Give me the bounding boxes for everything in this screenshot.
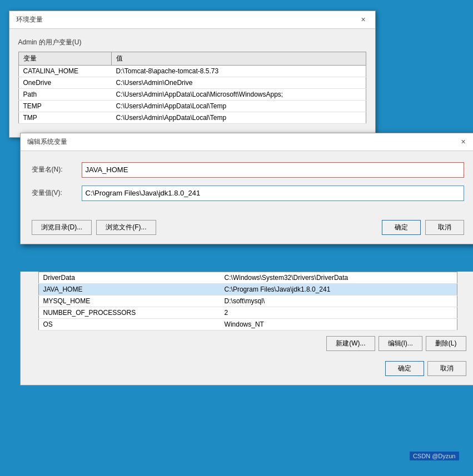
sys-var-name: NUMBER_OF_PROCESSORS — [38, 307, 220, 318]
edit-confirm-cancel: 确定 取消 — [382, 220, 464, 235]
edit-dialog-titlebar: 编辑系统变量 × — [21, 133, 474, 151]
env-dialog-content: Admin 的用户变量(U) 变量 值 CATALINA_HOMED:\Tomc… — [9, 29, 375, 137]
var-name: OneDrive — [18, 77, 111, 88]
var-value: C:\Users\Admin\AppData\Local\Temp — [111, 100, 366, 112]
col-header-name: 变量 — [18, 52, 111, 65]
var-name: TEMP — [18, 100, 111, 112]
user-var-row[interactable]: CATALINA_HOMED:\Tomcat-8\apache-tomcat-8… — [18, 65, 366, 77]
name-input[interactable] — [82, 162, 464, 178]
edit-form: 变量名(N): 变量值(V): — [21, 151, 474, 216]
browse-file-button[interactable]: 浏览文件(F)... — [96, 220, 156, 235]
var-name: TMP — [18, 112, 111, 123]
user-var-row[interactable]: PathC:\Users\Admin\AppData\Local\Microso… — [18, 88, 366, 100]
var-value: D:\Tomcat-8\apache-tomcat-8.5.73 — [111, 65, 366, 77]
sys-vars-table: DriverDataC:\Windows\System32\Drivers\Dr… — [38, 272, 457, 330]
sys-var-row[interactable]: NUMBER_OF_PROCESSORS2 — [38, 307, 457, 318]
edit-dialog-close-button[interactable]: × — [459, 137, 469, 147]
name-row: 变量名(N): — [32, 162, 464, 178]
sys-var-value: 2 — [220, 307, 457, 318]
edit-cancel-button[interactable]: 取消 — [425, 220, 464, 235]
edit-buttons-row: 浏览目录(D)... 浏览文件(F)... 确定 取消 — [21, 216, 474, 244]
sys-cancel-button[interactable]: 取消 — [427, 361, 466, 376]
sys-var-name: JAVA_HOME — [38, 283, 220, 295]
env-dialog: 环境变量 × Admin 的用户变量(U) 变量 值 CATALINA_HOME… — [9, 11, 376, 138]
name-label: 变量名(N): — [32, 165, 82, 174]
var-value: C:\Users\Admin\AppData\Local\Microsoft\W… — [111, 88, 366, 100]
sys-vars-section: DriverDataC:\Windows\System32\Drivers\Dr… — [20, 272, 474, 385]
sys-var-name: MYSQL_HOME — [38, 295, 220, 307]
sys-var-row[interactable]: DriverDataC:\Windows\System32\Drivers\Dr… — [38, 272, 457, 283]
env-dialog-title: 环境变量 — [16, 15, 43, 24]
var-value: C:\Users\Admin\OneDrive — [111, 77, 366, 88]
sys-var-value: C:\Windows\System32\Drivers\DriverData — [220, 272, 457, 283]
sys-ok-button[interactable]: 确定 — [385, 361, 424, 376]
var-name: CATALINA_HOME — [18, 65, 111, 77]
sys-var-row[interactable]: OSWindows_NT — [38, 318, 457, 330]
user-var-row[interactable]: TEMPC:\Users\Admin\AppData\Local\Temp — [18, 100, 366, 112]
sys-var-name: OS — [38, 318, 220, 330]
value-input[interactable] — [82, 186, 464, 201]
env-dialog-close-button[interactable]: × — [359, 14, 369, 24]
var-value: C:\Users\Admin\AppData\Local\Temp — [111, 112, 366, 123]
sys-vars-padding: DriverDataC:\Windows\System32\Drivers\Dr… — [21, 272, 474, 330]
sys-edit-buttons: 新建(W)... 编辑(I)... 删除(L) — [21, 330, 474, 357]
env-dialog-titlebar: 环境变量 × — [9, 11, 375, 29]
edit-dialog: 编辑系统变量 × 变量名(N): 变量值(V): 浏览目录(D)... 浏览文件… — [20, 133, 474, 244]
user-var-row[interactable]: OneDriveC:\Users\Admin\OneDrive — [18, 77, 366, 88]
sys-new-button[interactable]: 新建(W)... — [326, 336, 375, 351]
sys-var-value: D:\soft\mysql\ — [220, 295, 457, 307]
edit-dialog-title: 编辑系统变量 — [27, 137, 67, 147]
sys-ok-cancel-buttons: 确定 取消 — [21, 357, 474, 385]
sys-var-row[interactable]: JAVA_HOMEC:\Program Files\Java\jdk1.8.0_… — [38, 283, 457, 295]
browse-dir-button[interactable]: 浏览目录(D)... — [32, 220, 92, 235]
var-name: Path — [18, 88, 111, 100]
value-row: 变量值(V): — [32, 186, 464, 201]
user-vars-table: 变量 值 CATALINA_HOMED:\Tomcat-8\apache-tom… — [18, 52, 366, 124]
user-var-row[interactable]: TMPC:\Users\Admin\AppData\Local\Temp — [18, 112, 366, 123]
sys-delete-button[interactable]: 删除(L) — [426, 336, 466, 351]
sys-var-value: C:\Program Files\Java\jdk1.8.0_241 — [220, 283, 457, 295]
sys-var-name: DriverData — [38, 272, 220, 283]
user-section-label: Admin 的用户变量(U) — [18, 38, 366, 47]
value-label: 变量值(V): — [32, 188, 82, 198]
edit-ok-button[interactable]: 确定 — [382, 220, 421, 235]
sys-var-row[interactable]: MYSQL_HOMED:\soft\mysql\ — [38, 295, 457, 307]
sys-edit-button[interactable]: 编辑(I)... — [379, 336, 422, 351]
watermark: CSDN @Dyzun — [410, 452, 459, 460]
col-header-value: 值 — [111, 52, 366, 65]
sys-var-value: Windows_NT — [220, 318, 457, 330]
